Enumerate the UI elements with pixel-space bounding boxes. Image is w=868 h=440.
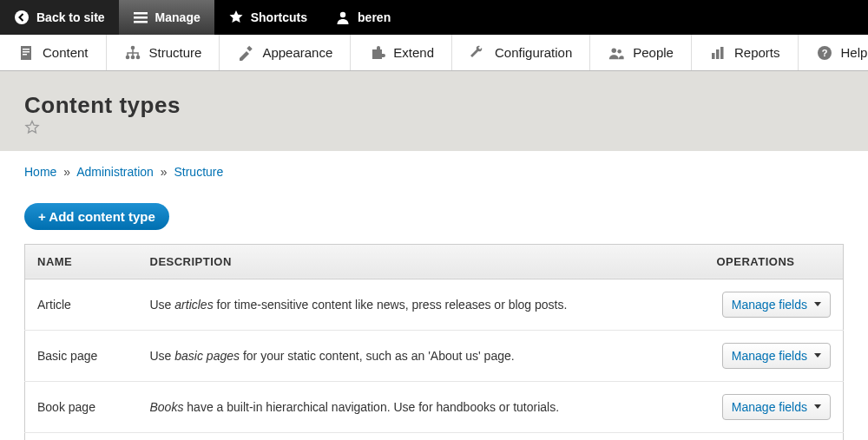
shortcut-star-button[interactable] (24, 120, 844, 135)
cell-operations: Manage fields (705, 279, 844, 330)
back-arrow-icon (14, 10, 30, 25)
svg-rect-5 (21, 46, 31, 60)
admin-tab-label: Extend (393, 45, 434, 60)
breadcrumb: Home » Administration » Structure (0, 151, 868, 186)
cell-operations: Manage fields (705, 432, 844, 440)
back-to-site-label: Back to site (36, 10, 105, 24)
back-to-site-button[interactable]: Back to site (0, 0, 119, 35)
page-title: Content types (24, 92, 181, 119)
admin-tab-label: Structure (149, 45, 202, 60)
svg-point-0 (15, 10, 29, 24)
col-operations-header: OPERATIONS (705, 244, 844, 279)
manage-fields-button[interactable]: Manage fields (722, 343, 831, 369)
breadcrumb-structure[interactable]: Structure (174, 165, 223, 179)
breadcrumb-home[interactable]: Home (24, 165, 56, 179)
configuration-icon (470, 44, 487, 62)
content-types-table: NAME DESCRIPTION OPERATIONS ArticleUse a… (24, 244, 844, 440)
toolbar: Back to site Manage Shortcuts beren (0, 0, 868, 35)
breadcrumb-separator: » (161, 165, 168, 179)
manage-fields-button[interactable]: Manage fields (722, 394, 831, 420)
cell-name: Article (25, 279, 138, 330)
user-label: beren (358, 10, 391, 24)
admin-tab-people[interactable]: People (590, 35, 692, 70)
svg-point-4 (340, 12, 345, 17)
admin-tab-label: People (633, 45, 674, 60)
svg-rect-2 (134, 16, 148, 19)
hamburger-icon (133, 10, 148, 25)
admin-tab-reports[interactable]: Reports (692, 35, 799, 70)
manage-fields-label: Manage fields (732, 400, 807, 414)
admin-tab-configuration[interactable]: Configuration (452, 35, 590, 70)
cell-name: Book page (25, 381, 138, 432)
admin-tab-label: Help (841, 45, 868, 60)
star-icon (228, 10, 244, 25)
extend-icon (368, 44, 385, 62)
star-outline-icon (24, 120, 40, 135)
cell-description: Use articles for time-sensitive content … (138, 279, 705, 330)
cell-operations: Manage fields (705, 330, 844, 381)
cell-description: A software solution or project. (138, 432, 705, 440)
cell-name: Basic page (25, 330, 138, 381)
cell-operations: Manage fields (705, 381, 844, 432)
user-menu-button[interactable]: beren (321, 0, 404, 35)
chevron-down-icon (814, 404, 821, 409)
manage-fields-label: Manage fields (732, 298, 807, 312)
admin-tab-label: Appearance (262, 45, 332, 60)
add-content-type-button[interactable]: + Add content type (24, 203, 169, 230)
admin-tab-extend[interactable]: Extend (351, 35, 452, 70)
cell-name: Solution (25, 432, 138, 440)
admin-tab-appearance[interactable]: Appearance (220, 35, 351, 70)
svg-rect-1 (134, 12, 148, 15)
appearance-icon (237, 44, 254, 62)
manage-label: Manage (155, 10, 201, 24)
admin-tab-help[interactable]: ? Help (799, 35, 869, 70)
user-icon (335, 10, 351, 25)
col-name-header: NAME (25, 244, 138, 279)
breadcrumb-separator: » (63, 165, 70, 179)
admin-tab-content[interactable]: Content (0, 35, 107, 70)
reports-icon (709, 44, 727, 62)
svg-rect-17 (716, 49, 720, 59)
svg-rect-13 (247, 45, 253, 50)
cell-description: Books have a built-in hierarchical navig… (138, 381, 705, 432)
svg-point-10 (125, 55, 129, 59)
shortcuts-label: Shortcuts (251, 10, 307, 24)
admin-tab-structure[interactable]: Structure (107, 35, 220, 70)
svg-point-11 (130, 55, 135, 59)
breadcrumb-admin[interactable]: Administration (76, 165, 154, 179)
page-content: + Add content type NAME DESCRIPTION OPER… (0, 186, 868, 440)
svg-rect-18 (720, 47, 724, 59)
svg-point-14 (612, 48, 616, 52)
admin-tab-label: Configuration (495, 45, 572, 60)
admin-menu: Content Structure Appearance Extend Conf… (0, 35, 868, 71)
chevron-down-icon (814, 302, 821, 306)
manage-fields-label: Manage fields (732, 349, 807, 363)
svg-rect-8 (23, 54, 27, 56)
table-row: Book pageBooks have a built-in hierarchi… (25, 381, 844, 432)
title-region: Content types (0, 71, 868, 151)
table-row: SolutionA software solution or project.M… (25, 432, 844, 440)
shortcuts-button[interactable]: Shortcuts (214, 0, 321, 35)
svg-point-12 (135, 55, 140, 59)
svg-point-9 (130, 45, 135, 49)
help-icon: ? (816, 44, 833, 62)
svg-rect-3 (134, 21, 148, 23)
svg-rect-7 (23, 51, 30, 53)
content-icon (17, 44, 35, 62)
structure-icon (124, 44, 141, 62)
manage-fields-button[interactable]: Manage fields (722, 292, 831, 318)
manage-button[interactable]: Manage (119, 0, 214, 35)
svg-rect-6 (23, 49, 30, 50)
people-icon (608, 44, 625, 62)
svg-text:?: ? (821, 48, 827, 58)
admin-tab-label: Reports (734, 45, 780, 60)
cell-description: Use basic pages for your static content,… (138, 330, 705, 381)
table-row: Basic pageUse basic pages for your stati… (25, 330, 844, 381)
chevron-down-icon (814, 353, 821, 358)
admin-tab-label: Content (43, 45, 89, 60)
col-description-header: DESCRIPTION (138, 244, 705, 279)
table-row: ArticleUse articles for time-sensitive c… (25, 279, 844, 330)
svg-rect-16 (712, 53, 715, 59)
svg-point-15 (618, 49, 622, 53)
